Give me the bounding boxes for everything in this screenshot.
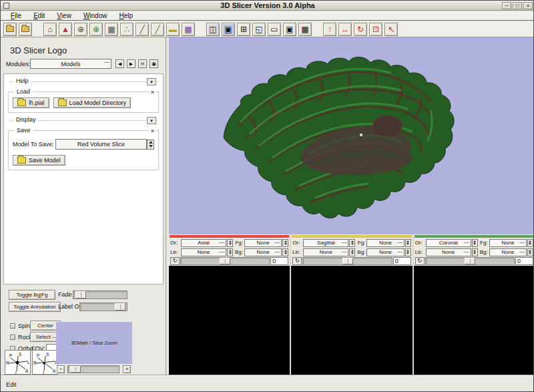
load-lhpial-button[interactable]: lh.pial: [13, 97, 49, 108]
slice-offset-handle[interactable]: [220, 258, 230, 264]
color-table-icon[interactable]: ▦: [182, 23, 195, 36]
modules-search-button[interactable]: ▣: [150, 59, 158, 68]
lb-dropdown[interactable]: None—: [303, 248, 348, 256]
fade-slider-handle[interactable]: [75, 291, 86, 299]
bg-dropdown[interactable]: None—: [366, 248, 404, 256]
fg-spinner[interactable]: [527, 239, 533, 247]
slice-offset-entry[interactable]: 0: [270, 257, 288, 265]
slice-color-bar[interactable]: [292, 235, 411, 238]
load-model-directory-button[interactable]: Load Model Directory: [53, 97, 131, 108]
slice-offset-slider[interactable]: [425, 257, 515, 265]
orientation-dropdown[interactable]: Coronal—: [426, 239, 471, 247]
bg-spinner[interactable]: [282, 248, 288, 256]
slice-offset-handle[interactable]: [465, 258, 475, 264]
rock-checkbox[interactable]: [10, 335, 15, 340]
zoom-slider-handle[interactable]: [70, 366, 81, 373]
spin-checkbox[interactable]: [10, 323, 15, 329]
model-to-save-spinner[interactable]: [147, 140, 154, 150]
slice-offset-entry[interactable]: 0: [515, 257, 533, 265]
crosshair-icon[interactable]: ⊕: [89, 23, 103, 36]
volumes-icon[interactable]: ▦: [105, 23, 118, 36]
slice-color-bar[interactable]: [415, 235, 534, 238]
zoom-out-button[interactable]: −: [57, 365, 65, 373]
layout-3d-only-icon[interactable]: ▣: [222, 23, 235, 36]
menu-item-view[interactable]: View: [51, 11, 77, 20]
slice-link-icon[interactable]: ↻: [170, 257, 180, 265]
bg-spinner[interactable]: [405, 248, 411, 256]
bg-dropdown[interactable]: None—: [489, 248, 527, 256]
fg-spinner[interactable]: [405, 239, 411, 247]
mouse-move-icon[interactable]: ↔: [338, 23, 352, 36]
nav-zoom-widget[interactable]: 3DMain / Slice Zoom: [56, 322, 132, 364]
chevron-down-icon[interactable]: ▼: [147, 117, 156, 124]
menu-item-file[interactable]: File: [5, 11, 27, 20]
mouse-place-fiducial-icon[interactable]: ↖: [384, 23, 398, 36]
orientation-spinner[interactable]: [227, 239, 233, 247]
model-to-save-dropdown[interactable]: Red Volume Slice: [55, 139, 147, 150]
modules-next-button[interactable]: ▶: [127, 59, 136, 68]
maximize-button[interactable]: □: [513, 2, 522, 9]
fade-slider[interactable]: [73, 290, 127, 299]
load-close-icon[interactable]: ×: [150, 89, 156, 95]
mouse-window-level-icon[interactable]: ⊡: [369, 23, 382, 36]
lb-dropdown[interactable]: None—: [181, 248, 226, 256]
orientation-gizmo-3d[interactable]: P S L R I A: [5, 350, 31, 375]
yellow-slice-viewport[interactable]: [291, 266, 412, 375]
measure-ruler-icon[interactable]: ▬: [166, 23, 180, 36]
bg-dropdown[interactable]: None—: [244, 248, 282, 256]
orientation-dropdown[interactable]: Sagittal—: [303, 239, 348, 247]
slice-offset-slider[interactable]: [302, 257, 392, 265]
zoom-slider[interactable]: [67, 365, 119, 373]
label-opacity-slider-handle[interactable]: [115, 303, 125, 311]
slice-color-bar[interactable]: [170, 235, 289, 238]
menu-item-edit[interactable]: Edit: [27, 11, 51, 20]
slice-offset-handle[interactable]: [342, 258, 353, 264]
close-button[interactable]: ×: [523, 2, 533, 9]
layout-tabbed-slice-icon[interactable]: ▭: [268, 23, 281, 36]
layout-lightbox-icon[interactable]: ▣: [283, 23, 296, 36]
transform-plot-icon[interactable]: ╱: [136, 23, 149, 36]
orientation-gizmo-slice[interactable]: P S L R I A: [32, 350, 58, 375]
toggle-bgfg-button[interactable]: Toggle Bg|Fg: [9, 290, 55, 300]
layout-tabbed-3d-icon[interactable]: ◱: [252, 23, 266, 36]
mouse-translate-icon[interactable]: ↑: [323, 23, 336, 36]
display-section-header[interactable]: Display ▼: [8, 116, 159, 125]
modules-prev-button[interactable]: ◀: [115, 59, 124, 68]
chevron-down-icon[interactable]: ▼: [147, 78, 156, 85]
menu-item-window[interactable]: Window: [77, 11, 113, 20]
red-slice-viewport[interactable]: [169, 266, 290, 375]
menu-item-help[interactable]: Help: [113, 11, 139, 20]
save-scene-icon[interactable]: [19, 23, 32, 36]
lb-spinner[interactable]: [349, 248, 355, 256]
lb-spinner[interactable]: [472, 248, 478, 256]
slice-offset-entry[interactable]: 0: [393, 257, 411, 265]
orientation-spinner[interactable]: [472, 239, 478, 247]
help-section-header[interactable]: Help ▼: [8, 77, 159, 86]
slice-link-icon[interactable]: ↻: [292, 257, 302, 265]
slice-offset-slider[interactable]: [180, 257, 270, 265]
editor-plot-icon[interactable]: ╱: [151, 23, 164, 36]
label-opacity-slider[interactable]: [79, 303, 127, 311]
fg-dropdown[interactable]: None—: [244, 239, 282, 247]
orientation-spinner[interactable]: [349, 239, 355, 247]
fg-spinner[interactable]: [282, 239, 288, 247]
layout-grid-icon[interactable]: ▦: [298, 23, 312, 36]
home-icon[interactable]: ⌂: [43, 23, 57, 36]
title-bar[interactable]: 3D Slicer Version 3.0 Alpha −□×: [1, 1, 534, 11]
zoom-in-button[interactable]: +: [123, 365, 131, 373]
toggle-annotation-button[interactable]: Toggle Annotation: [9, 302, 61, 312]
lb-dropdown[interactable]: None—: [426, 248, 471, 256]
data-module-icon[interactable]: ⊕: [74, 23, 87, 36]
bg-spinner[interactable]: [527, 248, 533, 256]
mouse-rotate-icon[interactable]: ↻: [354, 23, 367, 36]
slice-link-icon[interactable]: ↻: [415, 257, 425, 265]
green-slice-viewport[interactable]: [414, 266, 534, 375]
minimize-button[interactable]: −: [502, 2, 511, 9]
layout-conventional-icon[interactable]: ◫: [206, 23, 220, 36]
fiducials-icon[interactable]: ▲: [59, 23, 72, 36]
load-scene-icon[interactable]: [3, 23, 17, 36]
orientation-dropdown[interactable]: Axial—: [181, 239, 226, 247]
layout-four-up-icon[interactable]: ⊞: [237, 23, 250, 36]
modules-history-button[interactable]: H: [138, 59, 147, 68]
save-close-icon[interactable]: ×: [150, 128, 156, 134]
